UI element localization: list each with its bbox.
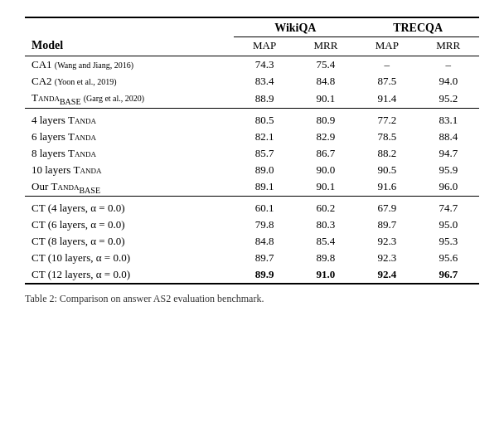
data-cell: 85.7: [234, 145, 294, 162]
model-cell: CT (8 layers, α = 0.0): [25, 233, 234, 250]
data-cell: 91.6: [356, 178, 417, 197]
table-row: TandaBASE (Garg et al., 2020)88.990.191.…: [25, 90, 479, 108]
data-cell: 95.0: [418, 216, 480, 233]
data-cell: 95.2: [418, 90, 480, 108]
data-cell: 83.1: [418, 108, 480, 129]
model-cell: 8 layers Tanda: [25, 145, 234, 162]
model-cell: CT (4 layers, α = 0.0): [25, 197, 234, 217]
data-cell: 89.7: [234, 250, 294, 266]
data-cell: 79.8: [234, 216, 294, 233]
model-header: Model: [25, 17, 234, 56]
data-cell: 87.5: [356, 73, 417, 90]
data-cell: 89.8: [295, 250, 356, 266]
data-cell: 94.7: [418, 145, 480, 162]
model-cell: CT (12 layers, α = 0.0): [25, 266, 234, 284]
data-cell: 60.1: [234, 197, 294, 217]
table-row: 6 layers Tanda82.182.978.588.4: [25, 129, 479, 145]
data-cell: 95.9: [418, 162, 480, 178]
data-cell: 67.9: [356, 197, 417, 217]
data-cell: –: [418, 56, 480, 74]
model-cell: TandaBASE (Garg et al., 2020): [25, 90, 234, 108]
data-cell: 80.5: [234, 108, 294, 129]
data-cell: 95.3: [418, 233, 480, 250]
data-cell: 91.4: [356, 90, 417, 108]
model-cell: 4 layers Tanda: [25, 108, 234, 129]
model-cell: Our TandaBASE: [25, 178, 234, 197]
data-cell: 95.6: [418, 250, 480, 266]
table-row: 8 layers Tanda85.786.788.294.7: [25, 145, 479, 162]
data-cell: 90.5: [356, 162, 417, 178]
data-cell: 82.9: [295, 129, 356, 145]
model-cell: CA1 (Wang and Jiang, 2016): [25, 56, 234, 74]
data-cell: 86.7: [295, 145, 356, 162]
data-cell: 92.4: [356, 266, 417, 284]
data-cell: 89.9: [234, 266, 294, 284]
data-cell: 94.0: [418, 73, 480, 90]
data-cell: 80.3: [295, 216, 356, 233]
data-cell: 88.2: [356, 145, 417, 162]
data-cell: 90.1: [295, 90, 356, 108]
table-row: CT (8 layers, α = 0.0)84.885.492.395.3: [25, 233, 479, 250]
wikiqa-mrr-header: MRR: [295, 37, 356, 56]
results-table: Model WikiQA TRECQA MAP MRR MAP MRR CA1 …: [25, 17, 479, 285]
data-cell: 84.8: [234, 233, 294, 250]
table-row: Our TandaBASE89.190.191.696.0: [25, 178, 479, 197]
table-caption: Table 2: Comparison on answer AS2 evalua…: [25, 293, 479, 305]
data-cell: 75.4: [295, 56, 356, 74]
table-row: CT (6 layers, α = 0.0)79.880.389.795.0: [25, 216, 479, 233]
model-cell: 10 layers Tanda: [25, 162, 234, 178]
table-row: CA1 (Wang and Jiang, 2016)74.375.4––: [25, 56, 479, 74]
model-cell: 6 layers Tanda: [25, 129, 234, 145]
data-cell: 84.8: [295, 73, 356, 90]
wikiqa-map-header: MAP: [234, 37, 294, 56]
data-cell: 74.3: [234, 56, 294, 74]
data-cell: 96.0: [418, 178, 480, 197]
data-cell: 89.7: [356, 216, 417, 233]
data-cell: 89.1: [234, 178, 294, 197]
table-row: 4 layers Tanda80.580.977.283.1: [25, 108, 479, 129]
data-cell: 74.7: [418, 197, 480, 217]
data-cell: 85.4: [295, 233, 356, 250]
data-cell: 96.7: [418, 266, 480, 284]
model-cell: CT (10 layers, α = 0.0): [25, 250, 234, 266]
data-cell: 78.5: [356, 129, 417, 145]
trecqa-mrr-header: MRR: [418, 37, 480, 56]
data-cell: 90.0: [295, 162, 356, 178]
data-cell: 90.1: [295, 178, 356, 197]
wikiqa-header: WikiQA: [234, 17, 356, 37]
table-row: CT (10 layers, α = 0.0)89.789.892.395.6: [25, 250, 479, 266]
data-cell: 91.0: [295, 266, 356, 284]
data-cell: 92.3: [356, 250, 417, 266]
data-cell: 89.0: [234, 162, 294, 178]
model-cell: CT (6 layers, α = 0.0): [25, 216, 234, 233]
table-row: 10 layers Tanda89.090.090.595.9: [25, 162, 479, 178]
trecqa-map-header: MAP: [356, 37, 417, 56]
data-cell: 83.4: [234, 73, 294, 90]
table-row: CA2 (Yoon et al., 2019)83.484.887.594.0: [25, 73, 479, 90]
table-row: CT (4 layers, α = 0.0)60.160.267.974.7: [25, 197, 479, 217]
data-cell: 80.9: [295, 108, 356, 129]
model-cell: CA2 (Yoon et al., 2019): [25, 73, 234, 90]
trecqa-header: TRECQA: [356, 17, 479, 37]
data-cell: 60.2: [295, 197, 356, 217]
data-cell: –: [356, 56, 417, 74]
data-cell: 77.2: [356, 108, 417, 129]
data-cell: 82.1: [234, 129, 294, 145]
data-cell: 88.4: [418, 129, 480, 145]
data-cell: 88.9: [234, 90, 294, 108]
table-row: CT (12 layers, α = 0.0)89.991.092.496.7: [25, 266, 479, 284]
table-container: Model WikiQA TRECQA MAP MRR MAP MRR CA1 …: [25, 17, 479, 305]
data-cell: 92.3: [356, 233, 417, 250]
